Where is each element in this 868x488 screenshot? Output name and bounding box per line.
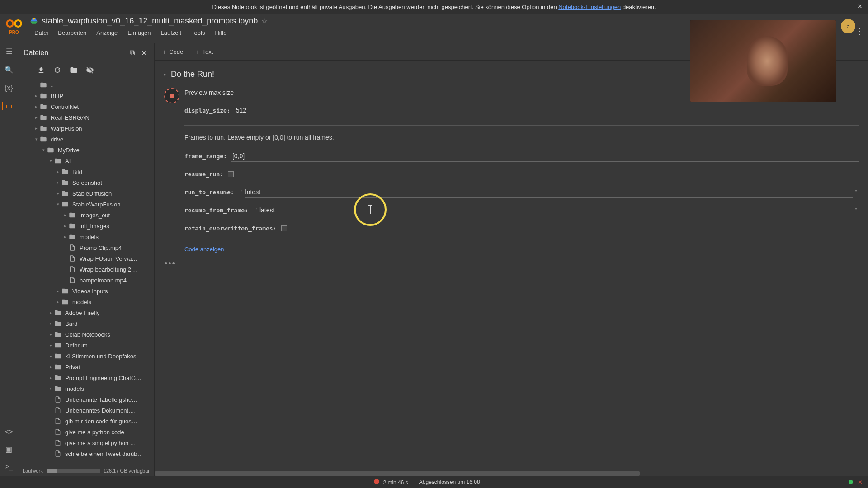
chevron-right-icon[interactable]: ▸ [164, 71, 166, 77]
folder-item[interactable]: ▸models [22, 296, 152, 307]
code-icon[interactable]: <> [5, 428, 13, 436]
folder-item[interactable]: ▸models [22, 383, 152, 394]
file-item[interactable]: gib mir den code für gues… [22, 416, 152, 427]
folder-item[interactable]: ▾AI [22, 155, 152, 166]
folder-item[interactable]: ▸Bard [22, 318, 152, 329]
display-size-input[interactable] [235, 105, 859, 116]
mount-drive-icon[interactable] [70, 66, 78, 74]
file-item[interactable]: schreibe einen Tweet darüb… [22, 448, 152, 459]
folder-item[interactable]: ▸Colab Notebooks [22, 329, 152, 340]
expander-icon[interactable]: ▸ [47, 386, 54, 391]
folder-item[interactable]: ▸ControlNet [22, 101, 152, 112]
close-icon[interactable]: ✕ [139, 47, 149, 59]
scrollbar-thumb[interactable] [155, 471, 640, 476]
colab-logo[interactable]: PRO [5, 18, 24, 37]
files-icon[interactable]: 🗀 [2, 102, 13, 110]
hidden-icon[interactable] [86, 66, 94, 74]
run-button[interactable] [164, 88, 179, 103]
expander-icon[interactable]: ▸ [47, 375, 54, 380]
expander-icon[interactable]: ▾ [33, 137, 40, 141]
menu-einfügen[interactable]: Einfügen [123, 28, 155, 38]
variables-icon[interactable]: {x} [5, 84, 13, 92]
menu-anzeige[interactable]: Anzeige [92, 28, 122, 38]
star-icon[interactable]: ☆ [261, 17, 268, 25]
file-item[interactable]: Promo Clip.mp4 [22, 242, 152, 253]
folder-item[interactable]: ▸models [22, 231, 152, 242]
folder-item[interactable]: ▾StableWarpFusion [22, 199, 152, 210]
expander-icon[interactable]: ▸ [61, 235, 69, 239]
file-item[interactable]: Wrap FUsion Verwa… [22, 253, 152, 264]
avatar[interactable]: a [841, 19, 855, 33]
file-item[interactable]: .. [22, 80, 152, 90]
folder-item[interactable]: ▸images_out [22, 210, 152, 221]
folder-item[interactable]: ▸StableDiffusion [22, 188, 152, 199]
folder-item[interactable]: ▸Privat [22, 361, 152, 372]
expander-icon[interactable]: ▸ [47, 365, 54, 369]
expander-icon[interactable]: ▸ [33, 126, 40, 131]
add-code-button[interactable]: +Code [160, 47, 186, 57]
upload-icon[interactable] [37, 66, 45, 74]
expander-icon[interactable]: ▸ [54, 289, 61, 293]
run-to-resume-input[interactable] [245, 187, 853, 198]
expander-icon[interactable]: ▸ [54, 180, 61, 185]
folder-item[interactable]: ▸Prompt Engineering ChatG… [22, 372, 152, 383]
cell-more-icon[interactable]: ••• [165, 259, 868, 268]
frame-range-input[interactable] [231, 150, 859, 162]
file-tree[interactable]: ..▸BLIP▸ControlNet▸Real-ESRGAN▸WarpFusio… [18, 79, 154, 465]
menu-hilfe[interactable]: Hilfe [210, 28, 231, 38]
resume-run-checkbox[interactable] [228, 171, 234, 177]
file-item[interactable]: Unbenannte Tabelle.gshe… [22, 394, 152, 405]
expander-icon[interactable]: ▸ [33, 115, 40, 120]
folder-item[interactable]: ▸Ki Stimmen und Deepfakes [22, 351, 152, 361]
expander-icon[interactable]: ▸ [61, 224, 69, 228]
file-item[interactable]: give me a python code [22, 427, 152, 437]
folder-item[interactable]: ▸Videos Inputs [22, 286, 152, 296]
expander-icon[interactable]: ▸ [47, 354, 54, 358]
close-icon[interactable]: ✕ [858, 479, 863, 486]
expander-icon[interactable]: ▸ [33, 104, 40, 109]
menu-datei[interactable]: Datei [30, 28, 52, 38]
menu-bearbeiten[interactable]: Bearbeiten [53, 28, 91, 38]
horizontal-scrollbar[interactable] [155, 470, 868, 476]
expander-icon[interactable]: ▸ [54, 300, 61, 304]
expander-icon[interactable]: ▸ [61, 213, 69, 217]
expander-icon[interactable]: ▾ [40, 148, 47, 152]
notebook-area[interactable]: ▸ Do the Run! Preview max size display_s… [155, 61, 868, 470]
file-item[interactable]: Unbenanntes Dokument.… [22, 405, 152, 416]
banner-link[interactable]: Notebook-Einstellungen [558, 4, 621, 10]
new-window-icon[interactable]: ⧉ [128, 47, 137, 59]
folder-item[interactable]: ▸Real-ESRGAN [22, 112, 152, 123]
retain-checkbox[interactable] [281, 225, 287, 231]
expander-icon[interactable]: ▸ [54, 191, 61, 196]
folder-item[interactable]: ▾MyDrive [22, 145, 152, 155]
folder-item[interactable]: ▸WarpFusion [22, 123, 152, 134]
folder-item[interactable]: ▸Adobe Firefly [22, 307, 152, 318]
file-item[interactable]: Wrap bearbeitung 2… [22, 264, 152, 275]
folder-item[interactable]: ▸BLIP [22, 90, 152, 101]
menu-laufzeit[interactable]: Laufzeit [156, 28, 186, 38]
file-item[interactable]: give me a simpel python … [22, 437, 152, 448]
expander-icon[interactable]: ▸ [54, 169, 61, 174]
expander-icon[interactable]: ▸ [33, 94, 40, 98]
file-item[interactable]: hampelmann.mp4 [22, 275, 152, 286]
menu-icon[interactable]: ☰ [6, 47, 12, 56]
resume-from-frame-input[interactable] [259, 205, 853, 216]
folder-item[interactable]: ▸init_images [22, 221, 152, 231]
folder-item[interactable]: ▸Bild [22, 166, 152, 177]
menu-tools[interactable]: Tools [187, 28, 209, 38]
expander-icon[interactable]: ▸ [47, 343, 54, 347]
expander-icon[interactable]: ▸ [47, 332, 54, 337]
show-code-link[interactable]: Code anzeigen [184, 246, 224, 253]
expander-icon[interactable]: ▸ [47, 310, 54, 315]
expander-icon[interactable]: ▾ [47, 159, 54, 163]
search-icon[interactable]: 🔍 [5, 66, 14, 74]
notebook-title[interactable]: stable_warpfusion_v0_16_12_multi_masked_… [42, 16, 258, 26]
shell-icon[interactable]: >_ [5, 463, 13, 471]
refresh-icon[interactable] [53, 66, 61, 74]
terminal-icon[interactable]: ▣ [5, 445, 12, 454]
folder-item[interactable]: ▸Deforum [22, 340, 152, 351]
expander-icon[interactable]: ▾ [54, 202, 61, 206]
more-vert-icon[interactable]: ⋮ [855, 26, 863, 36]
close-icon[interactable]: ✕ [857, 3, 863, 10]
folder-item[interactable]: ▾drive [22, 134, 152, 145]
